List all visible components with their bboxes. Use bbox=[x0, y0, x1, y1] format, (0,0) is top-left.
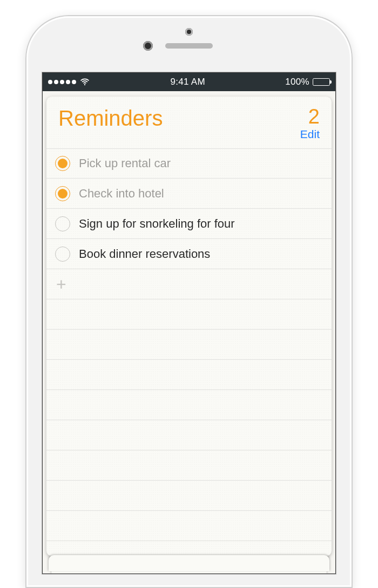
add-reminder-row[interactable]: + bbox=[46, 269, 332, 299]
reminder-row[interactable]: Book dinner reservations bbox=[46, 239, 332, 269]
blank-row bbox=[46, 450, 332, 481]
battery-percent: 100% bbox=[285, 77, 309, 87]
complete-toggle[interactable] bbox=[55, 247, 70, 262]
card-header: Reminders 2 Edit bbox=[46, 97, 332, 148]
complete-toggle[interactable] bbox=[55, 216, 70, 231]
reminders-list: Pick up rental carCheck into hotelSign u… bbox=[46, 148, 332, 269]
completed-count: 2 bbox=[300, 106, 320, 127]
battery-icon bbox=[313, 78, 330, 86]
status-bar: 9:41 AM 100% bbox=[43, 73, 335, 91]
blank-row bbox=[46, 390, 332, 420]
reminder-text[interactable]: Book dinner reservations bbox=[79, 247, 210, 261]
complete-toggle[interactable] bbox=[55, 156, 70, 171]
svg-point-0 bbox=[84, 84, 85, 85]
stacked-lists-hint[interactable] bbox=[46, 555, 332, 574]
phone-frame: 9:41 AM 100% Reminders 2 Edit Pick up re… bbox=[25, 15, 353, 588]
blank-row bbox=[46, 420, 332, 450]
blank-row bbox=[46, 511, 332, 541]
reminder-row[interactable]: Sign up for snorkeling for four bbox=[46, 209, 332, 239]
plus-icon: + bbox=[56, 276, 66, 293]
reminder-row[interactable]: Pick up rental car bbox=[46, 148, 332, 179]
front-camera bbox=[143, 41, 153, 51]
blank-row bbox=[46, 299, 332, 330]
blank-row bbox=[46, 481, 332, 511]
wifi-icon bbox=[79, 77, 90, 87]
list-title: Reminders bbox=[58, 106, 163, 131]
reminder-text[interactable]: Check into hotel bbox=[79, 187, 164, 201]
blank-row bbox=[46, 330, 332, 360]
blank-row bbox=[46, 360, 332, 390]
status-time: 9:41 AM bbox=[170, 77, 205, 87]
edit-button[interactable]: Edit bbox=[300, 128, 320, 141]
earpiece bbox=[165, 43, 213, 49]
reminder-text[interactable]: Sign up for snorkeling for four bbox=[79, 217, 235, 231]
status-right: 100% bbox=[285, 77, 330, 87]
reminders-card: Reminders 2 Edit Pick up rental carCheck… bbox=[46, 97, 332, 556]
complete-toggle[interactable] bbox=[55, 186, 70, 201]
sensor-dot bbox=[185, 28, 193, 36]
reminder-row[interactable]: Check into hotel bbox=[46, 179, 332, 209]
signal-dots-icon bbox=[48, 80, 76, 84]
reminder-text[interactable]: Pick up rental car bbox=[79, 156, 171, 170]
status-left bbox=[48, 77, 90, 87]
screen: 9:41 AM 100% Reminders 2 Edit Pick up re… bbox=[42, 72, 336, 574]
